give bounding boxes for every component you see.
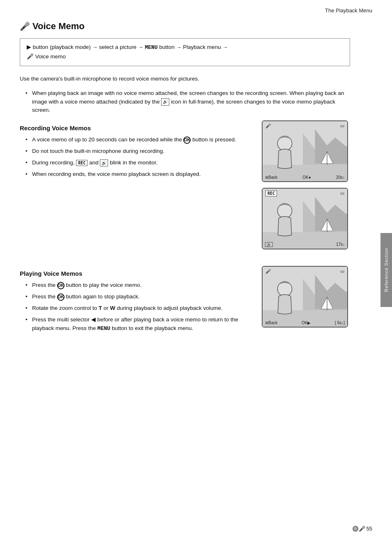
rec-badge-screen2: REC — [265, 190, 277, 196]
playing-bullet-4: Press the multi selector ◀ before or aft… — [25, 316, 254, 333]
recording-bullet-3: During recording, REC and 🔊 blink in the… — [25, 159, 254, 167]
screen1-top-right: ▭ — [340, 123, 344, 129]
playing-two-col: Playing Voice Memos Press the OK button … — [20, 266, 350, 339]
ref-section-tab: Reference Section — [380, 233, 392, 307]
intro-bullet-1: When playing back an image with no voice… — [25, 89, 350, 115]
ok-btn-play2: OK — [57, 293, 65, 301]
recording-bullet-2: Do not touch the built-in microphone dur… — [25, 147, 254, 156]
mic-icon: 🎤 — [20, 21, 30, 31]
recording-images-col: 🎤 ▭ ⊛Back OK● 20s↓ — [262, 120, 350, 249]
page-title: 🎤 Voice Memo — [20, 21, 350, 32]
screen3-timer: [ 6s↓] — [335, 321, 345, 325]
recording-text-col: Recording Voice Memos A voice memo of up… — [20, 120, 254, 185]
screen1-controls: ⊛Back OK● 20s↓ — [263, 175, 347, 180]
title-text: Voice Memo — [32, 21, 85, 32]
instruction-box: ▶ button (playback mode) → select a pict… — [20, 38, 350, 66]
screen1-back: ⊛Back — [265, 175, 277, 180]
T-label: T — [99, 305, 102, 311]
arrow4: → — [222, 44, 228, 50]
screen2-controls: 🔊 17s↓ — [263, 242, 347, 247]
arrow3: → — [176, 44, 183, 50]
W-label: W — [110, 305, 115, 311]
screen2-top-right: ▭ — [340, 191, 344, 196]
blink-icon-2: 🔊 — [265, 242, 273, 247]
arrow1: → — [92, 44, 99, 50]
recording-bullets: A voice memo of up to 20 seconds can be … — [20, 136, 254, 179]
instruction-line2: 🎤 Voice memo — [27, 52, 343, 62]
select-picture-text: select a picture — [99, 44, 136, 50]
playing-bullet-2: Press the OK button again to stop playba… — [25, 293, 254, 301]
playing-images-col: 🎤 ▭ ⊛Back OK▶ [ 6s↓] — [262, 266, 350, 328]
playing-bullet-1: Press the OK button to play the voice me… — [25, 281, 254, 290]
blink-icon: 🔊 — [100, 159, 108, 167]
ok-btn-1: OK — [183, 136, 191, 144]
arrow2: → — [138, 44, 145, 50]
screen3-top-left: 🎤 — [265, 269, 271, 274]
recording-heading: Recording Voice Memos — [20, 125, 254, 132]
screen1-timer: 20s↓ — [336, 175, 345, 180]
voice-memo-icon: 🔊 — [161, 98, 169, 106]
playing-bullet-3: Rotate the zoom control to T or W during… — [25, 304, 254, 313]
page-icon: 🔘🎤 — [352, 526, 365, 532]
description-text: Use the camera's built-in microphone to … — [20, 74, 350, 83]
screen3-ok: OK▶ — [302, 321, 311, 325]
ok-btn-play1: OK — [57, 282, 65, 289]
screen3-top-right: ▭ — [340, 269, 344, 274]
camera-screen-1: 🎤 ▭ ⊛Back OK● 20s↓ — [262, 120, 348, 182]
playing-text-col: Playing Voice Memos Press the OK button … — [20, 266, 254, 339]
recording-section: Recording Voice Memos A voice memo of up… — [20, 120, 350, 249]
ref-section-label: Reference Section — [384, 248, 389, 292]
button-text: button — [159, 44, 175, 50]
playback-menu-text: Playback menu — [183, 44, 221, 50]
page-footer: 🔘🎤 55 — [352, 526, 372, 532]
page-number: 55 — [367, 526, 372, 532]
screen2-timer: 17s↓ — [336, 242, 345, 247]
recording-bullet-1: A voice memo of up to 20 seconds can be … — [25, 136, 254, 144]
screen1-top-left: 🎤 — [265, 123, 271, 129]
rec-badge: REC — [76, 160, 88, 166]
playing-section: Playing Voice Memos Press the OK button … — [20, 266, 350, 339]
playing-bullets: Press the OK button to play the voice me… — [20, 281, 254, 333]
menu-btn-label: MENU — [145, 44, 157, 51]
recording-bullet-4: When recording ends, the voice memo play… — [25, 170, 254, 179]
screen3-back: ⊛Back — [265, 321, 277, 325]
intro-bullets: When playing back an image with no voice… — [20, 89, 350, 115]
playing-heading: Playing Voice Memos — [20, 270, 254, 277]
voice-memo-nav: 🎤 Voice memo — [27, 53, 66, 60]
main-content: 🎤 Voice Memo ▶ button (playback mode) → … — [0, 17, 370, 355]
camera-screen-2: REC ▭ 🔊 17s↓ — [262, 188, 348, 249]
camera-screen-3: 🎤 ▭ ⊛Back OK▶ [ 6s↓] — [262, 266, 348, 328]
screen1-ok: OK● — [302, 175, 311, 180]
header-title: The Playback Menu — [325, 7, 372, 14]
instruction-line1: ▶ button (playback mode) → select a pict… — [27, 43, 343, 52]
screen2-blink-icon: 🔊 — [265, 242, 273, 247]
screen3-controls: ⊛Back OK▶ [ 6s↓] — [263, 321, 347, 325]
menu-btn-inline: MENU — [97, 325, 110, 332]
screen2-top-left: REC — [265, 191, 277, 196]
page-header: The Playback Menu — [0, 0, 392, 17]
playback-btn-ref: ▶ button (playback mode) — [27, 44, 91, 50]
